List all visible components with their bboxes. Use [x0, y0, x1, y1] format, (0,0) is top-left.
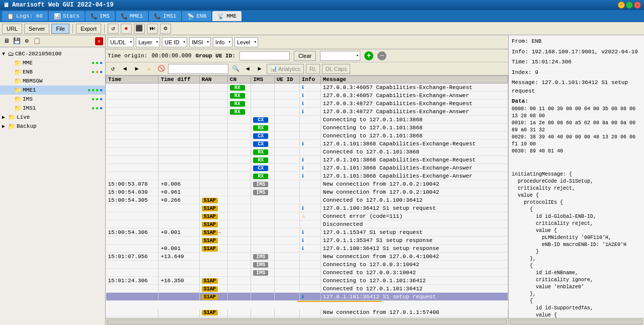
tab-mme[interactable]: 📡 MME — [212, 11, 242, 21]
cell-info — [299, 116, 320, 124]
cell-diff: +0.001 — [158, 228, 199, 236]
stop-button[interactable]: ⬛ — [134, 24, 145, 34]
table-row[interactable]: CX Connecting to 127.0.1.101:3868 — [106, 132, 508, 140]
table-row[interactable]: RX ℹ 127.0.0.3:48727 Capabilities-Exchan… — [106, 108, 508, 116]
table-row[interactable]: CX ℹ 127.0.1.101:3868 Capabilities-Excha… — [106, 164, 508, 172]
sidebar-icon-4[interactable]: 📋 — [32, 37, 41, 46]
cell-time — [106, 92, 158, 100]
table-row[interactable]: S1AP Connected to 127.0.1.101:36412 — [106, 285, 508, 293]
table-row[interactable]: S1AP ⚠ Connect error (code=111) — [106, 212, 508, 220]
cell-ims — [251, 236, 274, 245]
cell-time — [106, 84, 158, 92]
step-button[interactable]: ⏭ — [147, 24, 158, 34]
search-input[interactable] — [168, 64, 228, 74]
settings-button[interactable]: ⚙ — [160, 24, 171, 34]
table-row[interactable]: RX ℹ 127.0.0.3:46057 Capabilities-Exchan… — [106, 92, 508, 100]
table-row[interactable]: 15:01:24.306 +16.350 S1AP Connecting to … — [106, 277, 508, 285]
ue-id-select[interactable]: UE ID — [162, 37, 187, 47]
sidebar-item-ims[interactable]: 📁 IMS ● ● ● — [0, 95, 105, 104]
layer-select[interactable]: Layer — [136, 37, 160, 47]
table-row[interactable]: S1AP Disconnected — [106, 220, 508, 228]
table-row[interactable]: S1AP ℹ 127.0.1.101:36412 S1 setup reques… — [106, 293, 508, 301]
sidebar-item-ims1[interactable]: 📁 IMS1 ● ● ● — [0, 104, 105, 113]
view-select[interactable] — [320, 51, 360, 61]
search-icon-button[interactable]: 🔍 — [230, 64, 240, 74]
sidebar-item-cbc[interactable]: ▼ 🗂 CBC-2021050100 — [0, 49, 105, 58]
level-select[interactable]: Level — [234, 37, 258, 47]
table-row[interactable]: RX ℹ 127.0.1.101:3868 Capabilities-Excha… — [106, 172, 508, 180]
ul-dl-select[interactable]: UL/DL UL DL — [108, 37, 134, 47]
table-row[interactable]: +0.001 S1AP ℹ 127.0.1.100:36412 S1 setup… — [106, 245, 508, 253]
table-row[interactable]: CX ℹ 127.0.1.101:3868 Capabilities-Excha… — [106, 140, 508, 148]
tree-expand-backup[interactable]: ▶ — [2, 123, 8, 129]
export-button[interactable]: Export — [76, 24, 101, 34]
table-row[interactable]: S1AP ℹ 127.0.1.1:35347 S1 setup response — [106, 236, 508, 245]
table-row[interactable]: 15:01:24.307 +0.001 S1AP→ ℹ 127.0.1.1:57… — [106, 317, 508, 318]
refresh-button[interactable]: ↺ — [108, 24, 119, 34]
sidebar-close-button[interactable]: ✕ — [95, 37, 103, 45]
minimize-button[interactable]: ─ — [618, 2, 625, 9]
table-row[interactable]: RX ℹ 127.0.0.3:48727 Capabilities-Exchan… — [106, 100, 508, 108]
cell-ran: S1AP — [199, 245, 227, 253]
sidebar-item-mme[interactable]: 📁 MME ● ● ● — [0, 58, 105, 67]
table-row[interactable]: 15:00:54.306 +0.001 S1AP→ ℹ 127.0.1.1534… — [106, 228, 508, 236]
table-row[interactable]: 15:01:07.956 +13.649 IMS New connection … — [106, 253, 508, 261]
tab-mme1[interactable]: 📞 MME1 — [116, 11, 148, 21]
table-row[interactable]: CX Connecting to 127.0.1.101:3868 — [106, 116, 508, 124]
message-table-body: RX ℹ 127.0.0.3:46057 Capabilities-Exchan… — [106, 84, 508, 318]
tree-expand-live[interactable]: ▶ — [2, 114, 8, 120]
table-row[interactable]: 15:00:53.078 +0.006 IMS New connection f… — [106, 180, 508, 188]
sidebar-icon-1[interactable]: 🖥 — [2, 37, 11, 46]
cell-time — [106, 108, 158, 116]
sidebar-item-mbmsgw[interactable]: 📁 MBMSGW — [0, 76, 105, 86]
table-row[interactable]: RX Connected to 127.0.1.101:3868 — [106, 148, 508, 156]
record-button[interactable]: ● — [121, 24, 132, 34]
table-row[interactable]: RX ℹ 127.0.1.101:3868 Capabilities-Excha… — [106, 156, 508, 164]
table-row[interactable]: RX Connecting to 127.0.1.101:3868 — [106, 124, 508, 132]
tab-stats[interactable]: 📊 Stats — [49, 11, 85, 21]
tree-expand-cbc[interactable]: ▼ — [2, 51, 8, 57]
horizontal-scrollbar[interactable] — [107, 319, 507, 324]
refresh-msg-button[interactable]: ↺ — [108, 64, 118, 74]
table-row[interactable]: 15:00:54.039 +0.961 IMS New connection f… — [106, 188, 508, 196]
sidebar-icon-2[interactable]: 💾 — [12, 37, 21, 46]
error-filter-button[interactable]: 🚫 — [156, 64, 166, 74]
cell-time — [106, 285, 158, 293]
server-button[interactable]: Server — [24, 24, 49, 34]
rl-button[interactable]: RL — [306, 64, 320, 74]
analytics-button[interactable]: 📊 Analytics — [267, 64, 304, 74]
tab-logs[interactable]: 📋 Logs: 60 — [2, 11, 48, 21]
minus-button[interactable]: − — [377, 51, 386, 60]
close-button[interactable]: ✕ — [634, 2, 641, 9]
table-row[interactable]: 15:00:54.305 +0.266 S1AP Connected to 12… — [106, 196, 508, 204]
dl-caps-button[interactable]: DL Caps — [322, 64, 350, 74]
group-ue-id-input[interactable] — [239, 51, 290, 60]
clear-button[interactable]: Clear — [294, 51, 316, 61]
tab-enb[interactable]: 📡 ENB — [182, 11, 211, 21]
back-button[interactable]: ◀ — [120, 64, 130, 74]
imsi-select[interactable]: IMSI — [189, 37, 211, 47]
table-row[interactable]: S1AP ℹ 127.0.1.100:36412 S1 setup reques… — [106, 204, 508, 212]
maximize-button[interactable]: □ — [626, 2, 633, 9]
forward-button[interactable]: ▶ — [132, 64, 142, 74]
prev-result-button[interactable]: ◀ — [243, 64, 253, 74]
tab-ims[interactable]: 📞 IMS — [86, 11, 115, 21]
tab-ims1[interactable]: 📞 IMS1 — [149, 11, 181, 21]
warning-filter-button[interactable]: ⚠ — [144, 64, 154, 74]
file-button[interactable]: File — [51, 24, 69, 34]
right-scrollbar[interactable] — [510, 319, 643, 324]
table-row[interactable]: IMS Connected to 127.0.0.3:10042 — [106, 269, 508, 277]
add-button[interactable]: + — [364, 51, 373, 60]
sidebar-item-mme1[interactable]: 📁 MME1 ● ● ● ● — [0, 86, 105, 95]
table-row[interactable]: IMS Connecting to 127.0.0.3:10042 — [106, 261, 508, 269]
next-result-button[interactable]: ▶ — [255, 64, 265, 74]
sidebar-item-backup[interactable]: ▶ 📁 Backup — [0, 122, 105, 131]
url-button[interactable]: URL — [2, 24, 22, 34]
sidebar-item-enb[interactable]: 📁 ENB ● ● ● — [0, 67, 105, 76]
info-select[interactable]: Info — [213, 37, 232, 47]
cell-message: New connection from 127.0.0.2:10042 — [320, 180, 508, 188]
sidebar-icon-3[interactable]: ⚙ — [22, 37, 31, 46]
sidebar-item-live[interactable]: ▶ 📁 Live — [0, 113, 105, 122]
table-row[interactable]: S1AP New connection from 127.0.1.1:57408 — [106, 309, 508, 317]
table-row[interactable]: RX ℹ 127.0.0.3:46057 Capabilities-Exchan… — [106, 84, 508, 92]
